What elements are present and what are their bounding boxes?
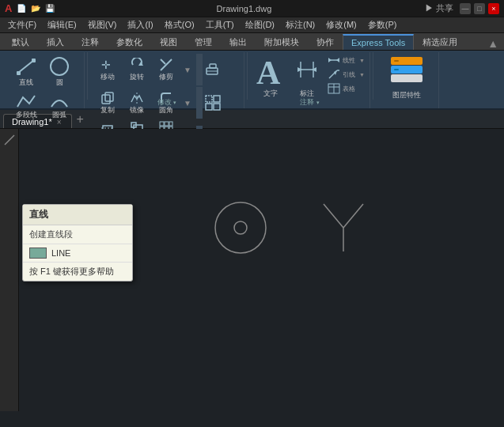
- new-icon[interactable]: 📄: [17, 4, 26, 13]
- quick-access-toolbar: 📄 📂 💾: [17, 4, 57, 13]
- draw-line-btn[interactable]: 直线: [11, 54, 41, 89]
- tab-collab[interactable]: 协作: [308, 34, 343, 50]
- svg-line-49: [5, 135, 14, 145]
- modify-trim-label: 修剪: [159, 72, 173, 82]
- tab-featured[interactable]: 精选应用: [414, 34, 466, 50]
- modify-group-label: 修改 ▾: [90, 97, 244, 108]
- sep1: [87, 52, 88, 100]
- ribbon-panel: 直线 多段线 圆: [0, 51, 504, 110]
- title-bar: A 📄 📂 💾 Drawing1.dwg ▶ 共享 — □ ×: [0, 0, 504, 17]
- y-shape-container: [320, 200, 367, 258]
- annotation-linear-btn[interactable]: 线性 ▼: [326, 54, 366, 66]
- modify-row1: ✛ 移动 旋转 修剪: [93, 54, 241, 85]
- svg-rect-47: [394, 60, 399, 62]
- canvas-area[interactable]: 直线 创建直线段 LINE 按 F1 键获得更多帮助: [0, 129, 504, 411]
- draw-arc-btn[interactable]: 圆弧: [44, 91, 74, 122]
- draw-circle-btn[interactable]: 圆: [44, 54, 74, 89]
- annotation-text-btn[interactable]: A 文字: [253, 54, 288, 100]
- svg-text:A: A: [256, 55, 281, 89]
- app-logo: A: [5, 2, 12, 14]
- draw-circle-label: 圆: [56, 77, 63, 88]
- draw-line-label: 直线: [19, 77, 33, 88]
- layer-properties-btn[interactable]: 图层特性: [389, 54, 424, 100]
- ribbon-group-draw: 直线 多段线 圆: [2, 52, 85, 108]
- svg-marker-5: [138, 62, 143, 66]
- svg-marker-33: [297, 67, 302, 72]
- annotation-linear-label: 线性: [343, 56, 355, 65]
- leader-dropdown[interactable]: ▼: [359, 72, 365, 77]
- tab-express-tools[interactable]: Express Tools: [343, 34, 414, 50]
- menu-format[interactable]: 格式(O): [160, 17, 199, 33]
- svg-marker-34: [312, 67, 316, 72]
- menu-draw[interactable]: 绘图(D): [241, 17, 279, 33]
- leader-icon: [328, 69, 340, 80]
- sep2: [247, 52, 248, 100]
- svg-point-50: [215, 202, 266, 253]
- tab-output[interactable]: 输出: [221, 34, 256, 50]
- menu-modify[interactable]: 修改(M): [321, 17, 362, 33]
- svg-rect-48: [394, 69, 399, 70]
- minimize-btn[interactable]: —: [460, 3, 471, 14]
- linear-icon: [328, 55, 340, 66]
- circle-shape-container: [213, 200, 268, 258]
- tooltip-title: 直线: [23, 205, 132, 225]
- modify-trim-more[interactable]: ▼: [181, 66, 194, 74]
- menu-edit[interactable]: 编辑(E): [43, 17, 81, 33]
- svg-line-52: [324, 204, 343, 228]
- svg-rect-22: [160, 122, 164, 126]
- rotate-icon: [130, 58, 144, 72]
- svg-point-3: [51, 58, 68, 75]
- left-toolbar: [0, 129, 19, 411]
- menu-bar: 文件(F) 编辑(E) 视图(V) 插入(I) 格式(O) 工具(T) 绘图(D…: [0, 17, 504, 33]
- polyline-icon: [15, 93, 37, 110]
- menu-file[interactable]: 文件(F): [3, 17, 41, 33]
- share-btn[interactable]: ▶ 共享: [425, 2, 453, 14]
- menu-insert[interactable]: 插入(I): [123, 17, 157, 33]
- tab-insert[interactable]: 插入: [38, 34, 73, 50]
- line-tooltip-popup: 直线 创建直线段 LINE 按 F1 键获得更多帮助: [22, 204, 133, 282]
- menu-view[interactable]: 视图(V): [83, 17, 122, 33]
- modify-trim-btn[interactable]: 修剪: [152, 57, 180, 83]
- tab-manage[interactable]: 管理: [186, 34, 221, 50]
- ribbon-group-modify: ✛ 移动 旋转 修剪: [90, 52, 244, 108]
- svg-rect-10: [210, 64, 216, 68]
- trim-icon: [159, 58, 173, 72]
- layer-icon: [389, 54, 424, 89]
- tab-annotation[interactable]: 注释: [73, 34, 108, 50]
- svg-rect-1: [17, 71, 21, 75]
- close-btn[interactable]: ×: [488, 3, 499, 14]
- svg-line-53: [343, 204, 363, 228]
- modify-move-btn[interactable]: ✛ 移动: [93, 57, 122, 83]
- drawing-tabs: Drawing1* × +: [0, 110, 504, 129]
- add-drawing-tab[interactable]: +: [74, 112, 87, 127]
- modify-rotate-btn[interactable]: 旋转: [123, 57, 151, 83]
- annotation-right-tools: 线性 ▼ 引线 ▼: [326, 54, 366, 100]
- menu-params[interactable]: 参数(P): [363, 17, 402, 33]
- tab-addons[interactable]: 附加模块: [256, 34, 308, 50]
- menu-tools[interactable]: 工具(T): [201, 17, 239, 33]
- tab-view[interactable]: 视图: [151, 34, 186, 50]
- draw-polyline-btn[interactable]: 多段线: [11, 91, 41, 122]
- svg-text:✛: ✛: [101, 59, 111, 71]
- ribbon-group-layers: 图层特性: [376, 52, 439, 108]
- annotation-leader-btn[interactable]: 引线 ▼: [326, 68, 366, 81]
- maximize-btn[interactable]: □: [474, 3, 485, 14]
- annotation-leader-label: 引线: [343, 70, 355, 79]
- tooltip-cmd-label: LINE: [51, 248, 70, 258]
- annotation-table-btn[interactable]: 表格: [326, 82, 366, 95]
- ltool-1[interactable]: [2, 132, 17, 148]
- ribbon-collapse-btn[interactable]: ▲: [485, 37, 501, 50]
- open-icon[interactable]: 📂: [31, 4, 40, 13]
- annotation-mark-btn[interactable]: 标注: [291, 54, 323, 100]
- circle-bullseye-shape: [213, 200, 268, 255]
- tab-default[interactable]: 默认: [3, 34, 38, 50]
- save-icon[interactable]: 💾: [45, 4, 55, 13]
- modify-move-label: 移动: [100, 72, 115, 82]
- tab-parametric[interactable]: 参数化: [108, 34, 151, 50]
- annotation-table-label: 表格: [343, 85, 355, 93]
- linear-dropdown[interactable]: ▼: [359, 58, 365, 63]
- erase-icon[interactable]: [205, 62, 221, 77]
- svg-line-7: [161, 59, 165, 64]
- menu-dimension[interactable]: 标注(N): [281, 17, 320, 33]
- annotation-group-label: 注释 ▾: [250, 97, 369, 108]
